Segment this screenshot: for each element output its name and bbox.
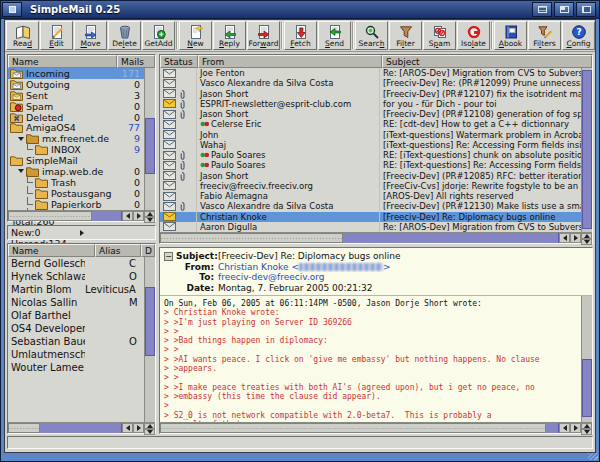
preview-hscrollbar[interactable] bbox=[160, 422, 592, 433]
message-row[interactable]: Jason Short[Freeciv-Dev] (PR#12108) gene… bbox=[160, 109, 581, 119]
message-row[interactable]: Joe FentonRe: [AROS-Dev] Migration from … bbox=[160, 68, 581, 78]
toolbar-read-button[interactable]: Read bbox=[6, 21, 39, 50]
message-vscrollbar[interactable] bbox=[581, 68, 592, 232]
folder-col-mails[interactable]: Mails bbox=[117, 55, 155, 68]
toolbar-isolate-button[interactable]: Isolate bbox=[457, 21, 490, 50]
iconify-button[interactable] bbox=[532, 2, 552, 17]
expander-icon[interactable] bbox=[18, 137, 24, 141]
message-hscrollbar[interactable] bbox=[160, 232, 592, 243]
message-row[interactable]: ESPRIT-newsletter@esprit-club.comfor you… bbox=[160, 99, 581, 109]
contact-row[interactable]: Nicolas SallinM bbox=[8, 296, 144, 309]
contact-col-alias[interactable]: Alias bbox=[95, 244, 141, 257]
folder-row[interactable]: Spam0 bbox=[8, 101, 144, 112]
toolbar-getadd-button[interactable]: GetAdd bbox=[142, 21, 175, 50]
scroll-left-arrow[interactable] bbox=[122, 423, 133, 433]
toolbar-send-button[interactable]: Send bbox=[318, 21, 351, 50]
toolbar-forward-button[interactable]: Forward bbox=[247, 21, 280, 50]
contact-row[interactable]: OS4 Developer Liste bbox=[8, 322, 144, 335]
message-row[interactable]: Vasco Alexandre da Silva Costa[Freeciv-D… bbox=[160, 78, 581, 88]
scroll-right-arrow[interactable] bbox=[133, 423, 144, 433]
scroll-down-arrow[interactable] bbox=[581, 239, 592, 245]
contact-row[interactable]: Hynek SchlawackO bbox=[8, 270, 144, 283]
scroll-down-arrow[interactable] bbox=[581, 429, 592, 435]
folder-row[interactable]: Deleted0 bbox=[8, 112, 144, 123]
totals-expand-icon[interactable] bbox=[80, 230, 153, 236]
contact-row[interactable]: Olaf Barthel bbox=[8, 309, 144, 322]
message-subject: Re: [AROS-Dev] Migration from CVS to Sub… bbox=[380, 68, 581, 78]
preview-to-link[interactable]: freeciv-dev@freeciv.org bbox=[218, 272, 325, 283]
toolbar-filter-button[interactable]: Filter bbox=[389, 21, 422, 50]
message-row[interactable]: freeciv@freeciv.freeciv.org[FreeCiv-Cvs]… bbox=[160, 181, 581, 191]
resize-handle[interactable] bbox=[588, 453, 598, 460]
toolbar-spam-button[interactable]: Spam bbox=[423, 21, 456, 50]
scroll-down-arrow[interactable] bbox=[144, 217, 155, 223]
toolbar-delete-button[interactable]: Delete bbox=[108, 21, 141, 50]
preview-vscrollbar[interactable] bbox=[581, 296, 592, 422]
message-row[interactable]: Paulo SoaresRE: [iText-questions] chunk … bbox=[160, 150, 581, 160]
depth-button[interactable] bbox=[576, 2, 596, 17]
message-row[interactable]: Jason Short[Freeciv-Dev] (PR#12085) RFC:… bbox=[160, 171, 581, 181]
message-row[interactable]: John[iText-questions] Watermark problem … bbox=[160, 130, 581, 140]
toolbar-new-button[interactable]: New bbox=[179, 21, 212, 50]
toolbar-fetch-button[interactable]: Fetch bbox=[284, 21, 317, 50]
contact-row[interactable]: Bernd GolleschC bbox=[8, 257, 144, 270]
scroll-left-arrow[interactable] bbox=[559, 233, 570, 243]
folder-row[interactable]: Outgoing0 bbox=[8, 79, 144, 90]
message-col-subject[interactable]: Subject bbox=[382, 55, 592, 68]
collapse-header-button[interactable]: − bbox=[164, 252, 173, 261]
contact-col-d[interactable]: D bbox=[141, 244, 155, 257]
toolbar-abook-button[interactable]: Abook bbox=[494, 21, 527, 50]
message-row[interactable]: Aaron DigullaRe: [AROS-Dev] Migration fr… bbox=[160, 222, 581, 232]
message-subject: [iText-questions] Watermark problem in A… bbox=[380, 130, 581, 140]
folder-row[interactable]: Incoming171 bbox=[8, 68, 144, 79]
contact-hscrollbar[interactable] bbox=[8, 422, 155, 433]
zoom-button[interactable] bbox=[554, 2, 574, 17]
folder-row[interactable]: SimpleMail bbox=[8, 155, 144, 166]
expander-icon[interactable] bbox=[18, 169, 24, 173]
folder-row[interactable]: Sent3 bbox=[8, 90, 144, 101]
message-col-from[interactable]: From bbox=[198, 55, 382, 68]
titlebar[interactable]: SimpleMail 0.25 bbox=[1, 1, 599, 19]
scroll-right-arrow[interactable] bbox=[570, 233, 581, 243]
scroll-right-arrow[interactable] bbox=[133, 211, 144, 221]
toolbar-filters-button[interactable]: Filters bbox=[528, 21, 561, 50]
folder-hscroll-thumb[interactable] bbox=[8, 211, 92, 221]
message-col-status[interactable]: Status bbox=[160, 55, 198, 68]
toolbar-search-button[interactable]: Search bbox=[355, 21, 388, 50]
toolbar-reply-button[interactable]: Reply bbox=[213, 21, 246, 50]
message-row[interactable]: Paulo SoaresRE: [iText-questions] Re: Ac… bbox=[160, 160, 581, 170]
contact-col-name[interactable]: Name bbox=[8, 244, 95, 257]
contact-vscrollbar[interactable] bbox=[144, 257, 155, 422]
contact-row[interactable]: Wouter Lamee bbox=[8, 361, 144, 374]
folder-row[interactable]: AmigaOS477 bbox=[8, 122, 144, 133]
message-row[interactable]: Celerse EricRE: [cdt-dev] How to get a C… bbox=[160, 119, 581, 129]
folder-row[interactable]: INBOX9 bbox=[8, 144, 144, 155]
preview-hscroll-thumb[interactable] bbox=[160, 423, 546, 433]
scroll-left-arrow[interactable] bbox=[559, 423, 570, 433]
message-row[interactable]: Jason Short[Freeciv-Dev] (PR#12107) fix … bbox=[160, 89, 581, 99]
message-vscroll-thumb[interactable] bbox=[582, 70, 592, 229]
folder-hscrollbar[interactable] bbox=[8, 210, 155, 221]
message-row[interactable]: Christian Knoke[Freeciv-Dev] Re: Diploma… bbox=[160, 212, 581, 222]
message-row[interactable]: Wahaj[iText-questions] Re: Accessing For… bbox=[160, 140, 581, 150]
scroll-down-arrow[interactable] bbox=[144, 429, 155, 435]
folder-vscroll-thumb[interactable] bbox=[145, 118, 155, 175]
message-row[interactable]: Fabio Alemagna[AROS-Dev] All rights rese… bbox=[160, 191, 581, 201]
toolbar-move-button[interactable]: Move bbox=[74, 21, 107, 50]
contact-hscroll-thumb[interactable] bbox=[8, 423, 40, 433]
folder-vscrollbar[interactable] bbox=[144, 68, 155, 210]
close-button[interactable] bbox=[2, 2, 22, 17]
contact-vscroll-thumb[interactable] bbox=[145, 287, 155, 356]
toolbar-config-button[interactable]: ?Config bbox=[562, 21, 595, 50]
toolbar-edit-button[interactable]: Edit bbox=[40, 21, 73, 50]
contact-row[interactable]: Sebastian BauerO bbox=[8, 335, 144, 348]
contact-row[interactable]: Umlautmensch bbox=[8, 348, 144, 361]
message-hscroll-thumb[interactable] bbox=[160, 233, 343, 243]
scroll-left-arrow[interactable] bbox=[122, 211, 133, 221]
message-row[interactable]: Vasco Alexandre da Silva Costa[Freeciv-D… bbox=[160, 201, 581, 211]
contact-row[interactable]: Martin BlomLeviticusA bbox=[8, 283, 144, 296]
folder-col-name[interactable]: Name bbox=[8, 55, 117, 68]
preview-from-link[interactable]: Christian Knoke <> bbox=[218, 262, 391, 273]
scroll-right-arrow[interactable] bbox=[570, 423, 581, 433]
preview-vscroll-thumb[interactable] bbox=[582, 359, 592, 417]
